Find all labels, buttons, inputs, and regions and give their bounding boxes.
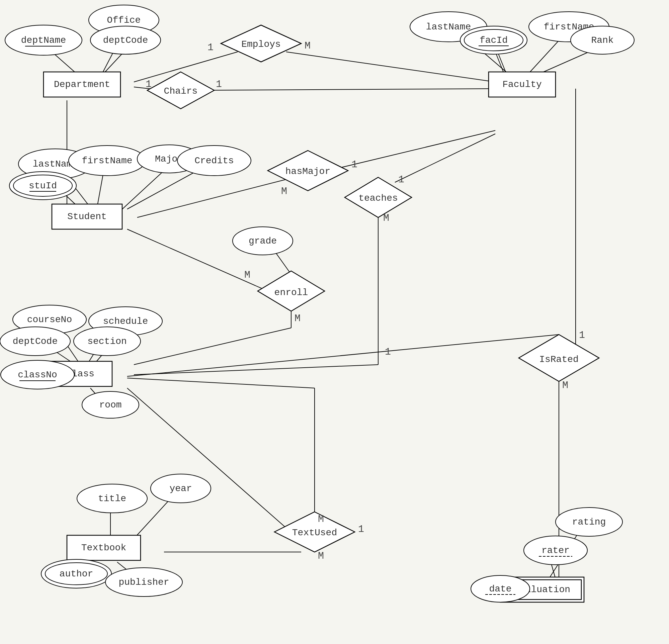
svg-line-10 [286, 52, 495, 82]
textbook-publisher-text: publisher [118, 577, 169, 587]
student-label: Student [67, 212, 107, 222]
deptname-text: deptName [21, 35, 66, 45]
teaches-card-m: M [383, 212, 389, 224]
textbook-label: Textbook [81, 543, 126, 553]
student-stuid-text: stuId [29, 181, 57, 191]
chairs-card-1-fac: 1 [216, 78, 222, 90]
textused-card-1: 1 [358, 524, 364, 535]
svg-line-21 [274, 251, 291, 274]
class-room-text: room [99, 400, 122, 410]
teaches-label: teaches [358, 193, 398, 203]
svg-line-23 [134, 328, 291, 364]
chairs-label: Chairs [164, 86, 198, 96]
employs-card-1: 1 [208, 42, 214, 53]
chairs-card-1-dept: 1 [146, 78, 152, 90]
class-section-text: section [87, 336, 127, 347]
teaches-card-1: 1 [398, 174, 404, 185]
svg-line-11 [197, 89, 495, 90]
faculty-lastname-text: lastName [426, 22, 471, 32]
hasmajor-card-m: M [281, 186, 287, 197]
employs-label: Employs [241, 39, 281, 49]
grade-text: grade [249, 236, 277, 246]
svg-line-17 [127, 171, 197, 209]
svg-line-24 [395, 134, 495, 182]
enroll-card-m-class: M [295, 313, 300, 324]
svg-line-18 [137, 179, 288, 217]
class-courseno-text: courseNo [27, 314, 72, 325]
textused-card-m-text: M [318, 550, 324, 562]
eval-rating-text: rating [572, 517, 606, 527]
student-firstname-text: firstName [82, 156, 132, 166]
textbook-year-text: year [169, 483, 192, 494]
hasmajor-card-1: 1 [352, 159, 357, 170]
class-deptcode-text: deptCode [13, 336, 58, 347]
svg-line-33 [127, 388, 295, 535]
israted-label: IsRated [539, 354, 579, 364]
israted-card-1-fac: 1 [579, 330, 585, 341]
enroll-label: enroll [274, 287, 308, 298]
faculty-rank-text: Rank [591, 35, 613, 45]
textbook-title-text: title [98, 493, 126, 504]
svg-line-6 [525, 37, 562, 77]
class-classno-text: classNo [18, 370, 57, 380]
hasmajor-label: hasMajor [285, 166, 330, 177]
student-credits-text: Credits [195, 156, 234, 166]
class-schedule-text: schedule [103, 316, 148, 327]
svg-line-16 [120, 171, 164, 211]
office-text: Office [107, 15, 141, 25]
svg-line-43 [127, 378, 315, 388]
svg-line-15 [97, 171, 104, 207]
svg-line-34 [127, 334, 559, 376]
deptcode-dept-text: deptCode [103, 35, 148, 45]
textbook-author-text: author [60, 569, 94, 579]
svg-line-26 [134, 364, 378, 375]
textused-card-m-class: M [318, 514, 324, 525]
department-label: Department [54, 79, 110, 90]
faculty-label: Faculty [502, 79, 542, 90]
israted-card-m-eval: M [562, 380, 568, 391]
enroll-card-m-student: M [244, 269, 250, 281]
eval-rater-text: rater [541, 545, 570, 556]
israted-card-1-top: 1 [385, 346, 391, 358]
textused-label: TextUsed [292, 528, 337, 538]
faculty-facid-text: facId [480, 35, 508, 45]
employs-card-m: M [304, 40, 311, 52]
eval-date-text: date [489, 584, 511, 594]
